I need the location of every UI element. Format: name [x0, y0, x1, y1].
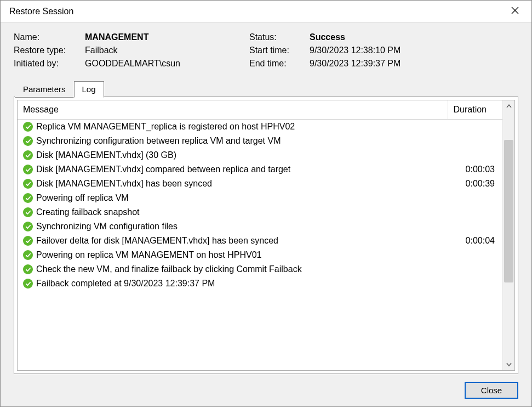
- log-duration-cell: [448, 120, 502, 134]
- value-initiated-by: GOODDEALMART\csun: [85, 59, 249, 69]
- label-restore-type: Restore type:: [14, 46, 85, 55]
- log-message-cell: Failback completed at 9/30/2023 12:39:37…: [18, 276, 448, 291]
- value-restore-type: Failback: [85, 46, 249, 55]
- close-button[interactable]: Close: [465, 382, 518, 399]
- value-name: MANAGEMENT: [85, 32, 249, 42]
- scrollbar-vertical[interactable]: [502, 100, 514, 370]
- success-icon: [23, 179, 33, 189]
- log-message-text: Synchronizing configuration between repl…: [36, 136, 281, 146]
- log-duration-cell: [448, 219, 502, 234]
- log-duration-cell: 0:00:04: [448, 234, 502, 248]
- log-message-text: Creating failback snapshot: [36, 207, 140, 217]
- dialog-footer: Close: [14, 374, 518, 399]
- table-row[interactable]: Replica VM MANAGEMENT_replica is registe…: [18, 120, 502, 134]
- success-icon: [23, 207, 33, 217]
- table-row[interactable]: Synchronizing VM configuration files: [18, 219, 502, 234]
- log-message-text: Disk [MANAGEMENT.vhdx] has been synced: [36, 179, 212, 189]
- log-message-cell: Synchronizing VM configuration files: [18, 219, 448, 234]
- close-icon: [511, 5, 519, 17]
- log-message-text: Synchronizing VM configuration files: [36, 222, 178, 231]
- success-icon: [23, 193, 33, 203]
- table-row[interactable]: Synchronizing configuration between repl…: [18, 134, 502, 148]
- table-row[interactable]: Disk [MANAGEMENT.vhdx] compared between …: [18, 162, 502, 177]
- log-message-text: Powering on replica VM MANAGEMENT on hos…: [36, 250, 261, 260]
- success-icon: [23, 150, 33, 160]
- tab-log[interactable]: Log: [74, 81, 104, 98]
- log-message-cell: Synchronizing configuration between repl…: [18, 134, 448, 148]
- titlebar-close-button[interactable]: [504, 1, 526, 22]
- tab-content-log: Message Duration Replica VM MANAGEMENT_r…: [14, 97, 518, 374]
- success-icon: [23, 236, 33, 246]
- success-icon: [23, 165, 33, 174]
- log-message-cell: Replica VM MANAGEMENT_replica is registe…: [18, 120, 448, 134]
- log-message-text: Powering off replica VM: [36, 193, 129, 203]
- log-duration-cell: [448, 262, 502, 276]
- log-duration-cell: [448, 134, 502, 148]
- log-duration-cell: 0:00:39: [448, 177, 502, 191]
- log-message-cell: Failover delta for disk [MANAGEMENT.vhdx…: [18, 234, 448, 248]
- scroll-up-arrow-icon[interactable]: [503, 100, 514, 112]
- table-row[interactable]: Powering off replica VM: [18, 191, 502, 205]
- content-area: Name: MANAGEMENT Status: Success Restore…: [1, 22, 531, 406]
- log-message-cell: Disk [MANAGEMENT.vhdx] compared between …: [18, 162, 448, 177]
- log-message-cell: Creating failback snapshot: [18, 205, 448, 219]
- window-title: Restore Session: [9, 7, 504, 16]
- log-message-text: Replica VM MANAGEMENT_replica is registe…: [36, 122, 295, 132]
- log-message-cell: Check the new VM, and finalize failback …: [18, 262, 448, 276]
- log-message-cell: Powering on replica VM MANAGEMENT on hos…: [18, 248, 448, 262]
- log-duration-cell: [448, 276, 502, 291]
- table-row[interactable]: Creating failback snapshot: [18, 205, 502, 219]
- log-message-cell: Powering off replica VM: [18, 191, 448, 205]
- restore-session-dialog: Restore Session Name: MANAGEMENT Status:…: [0, 0, 532, 407]
- scrollbar-track[interactable]: [503, 112, 514, 358]
- label-name: Name:: [14, 32, 85, 42]
- scrollbar-thumb[interactable]: [504, 140, 513, 282]
- success-icon: [23, 250, 33, 260]
- log-table: Message Duration Replica VM MANAGEMENT_r…: [18, 100, 502, 291]
- table-row[interactable]: Check the new VM, and finalize failback …: [18, 262, 502, 276]
- log-message-text: Disk [MANAGEMENT.vhdx] compared between …: [36, 165, 290, 174]
- col-header-message[interactable]: Message: [18, 100, 448, 120]
- table-row[interactable]: Disk [MANAGEMENT.vhdx] (30 GB): [18, 148, 502, 162]
- table-row[interactable]: Failover delta for disk [MANAGEMENT.vhdx…: [18, 234, 502, 248]
- label-status: Status:: [249, 32, 310, 42]
- col-header-duration[interactable]: Duration: [448, 100, 502, 120]
- success-icon: [23, 122, 33, 132]
- value-start-time: 9/30/2023 12:38:10 PM: [310, 46, 518, 55]
- log-duration-cell: 0:00:03: [448, 162, 502, 177]
- table-row[interactable]: Disk [MANAGEMENT.vhdx] has been synced0:…: [18, 177, 502, 191]
- table-row[interactable]: Powering on replica VM MANAGEMENT on hos…: [18, 248, 502, 262]
- tab-strip: Parameters Log: [14, 81, 518, 97]
- log-message-cell: Disk [MANAGEMENT.vhdx] (30 GB): [18, 148, 448, 162]
- success-icon: [23, 136, 33, 146]
- value-status: Success: [310, 32, 518, 42]
- log-duration-cell: [448, 148, 502, 162]
- session-info: Name: MANAGEMENT Status: Success Restore…: [14, 32, 518, 69]
- label-start-time: Start time:: [249, 46, 310, 55]
- log-message-text: Check the new VM, and finalize failback …: [36, 264, 302, 274]
- log-duration-cell: [448, 205, 502, 219]
- log-message-text: Disk [MANAGEMENT.vhdx] (30 GB): [36, 150, 176, 160]
- titlebar: Restore Session: [1, 1, 531, 22]
- value-end-time: 9/30/2023 12:39:37 PM: [310, 59, 518, 69]
- success-icon: [23, 222, 33, 231]
- label-initiated-by: Initiated by:: [14, 59, 85, 69]
- log-message-text: Failover delta for disk [MANAGEMENT.vhdx…: [36, 236, 278, 246]
- log-message-cell: Disk [MANAGEMENT.vhdx] has been synced: [18, 177, 448, 191]
- table-row[interactable]: Failback completed at 9/30/2023 12:39:37…: [18, 276, 502, 291]
- success-icon: [23, 264, 33, 274]
- log-duration-cell: [448, 248, 502, 262]
- scroll-down-arrow-icon[interactable]: [503, 358, 514, 370]
- success-icon: [23, 279, 33, 289]
- log-message-text: Failback completed at 9/30/2023 12:39:37…: [36, 279, 215, 289]
- label-end-time: End time:: [249, 59, 310, 69]
- log-duration-cell: [448, 191, 502, 205]
- log-table-container: Message Duration Replica VM MANAGEMENT_r…: [17, 100, 515, 371]
- tab-parameters[interactable]: Parameters: [15, 81, 74, 98]
